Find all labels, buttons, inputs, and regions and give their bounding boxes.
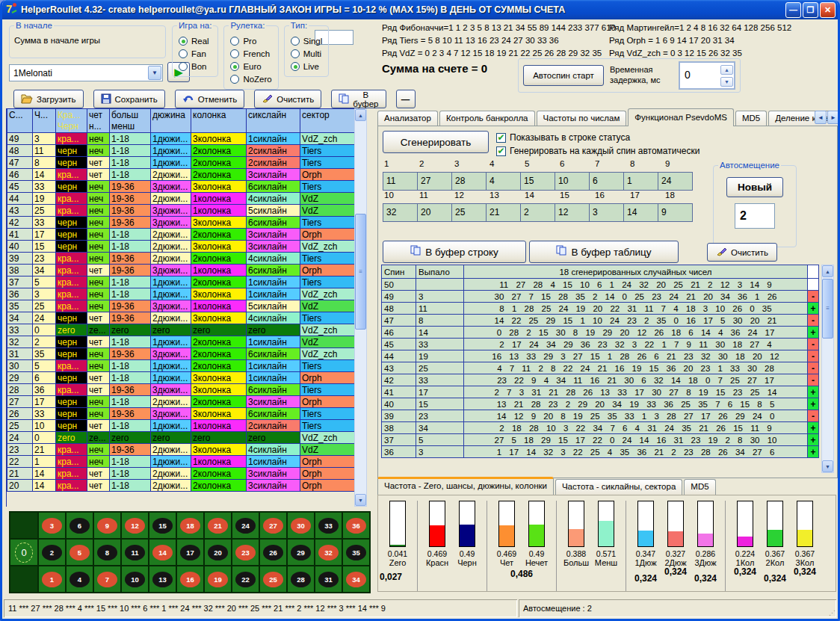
roulette-cell-1[interactable]: 1 (39, 566, 65, 592)
roulette-cell-13[interactable]: 13 (149, 566, 176, 592)
table-row[interactable]: 41172 7 3 31 21 28 26 13 33 17 30 27 8 1… (382, 386, 819, 398)
close-button[interactable]: ✕ (820, 2, 836, 18)
roulette-cell-31[interactable]: 31 (315, 566, 342, 592)
roulette-cell-3[interactable]: 3 (39, 513, 65, 538)
roulette-cell-21[interactable]: 21 (205, 513, 231, 538)
roulette-cell-28[interactable]: 28 (288, 566, 314, 592)
roulette-cell-16[interactable]: 16 (177, 566, 203, 592)
table-row[interactable]: 296чернчет1-181дюжи...3колонка1сиклайнOr… (7, 372, 355, 384)
table-row[interactable]: 305кра...неч1-181дюжи...2колонка1сиклайн… (7, 360, 355, 372)
table-row[interactable]: 493кра...неч1-181дюжи...3колонка1сиклайн… (7, 133, 355, 145)
table-row[interactable]: 4419кра...неч19-362дюжи...1колонка4сикла… (7, 193, 355, 205)
roulette-cell-33[interactable]: 33 (315, 513, 342, 538)
table-row[interactable]: 423323 22 9 4 34 11 16 21 30 6 32 14 18 … (382, 374, 819, 386)
roulette-cell-29[interactable]: 29 (288, 540, 314, 565)
scroll-up-icon[interactable]: ▲ (822, 265, 833, 277)
radio-option-fan[interactable]: Fan (179, 49, 211, 58)
delay-spinner[interactable]: 0 ▲ ▼ (679, 61, 735, 90)
radio-option-french[interactable]: French (230, 49, 271, 58)
generated-table-scrollbar[interactable]: ▲ ≡ ▼ (821, 265, 834, 473)
table-row[interactable]: 3525кра...неч19-363дюжи...1колонка5сикла… (7, 300, 355, 312)
table-row[interactable]: 5011 27 28 4 15 10 6 1 24 32 20 25 21 2 … (382, 279, 819, 291)
table-row[interactable]: 330zeroze...zerozerozerozeroVdZ_zch (7, 324, 355, 336)
copy-row-button[interactable]: В буфер строку (383, 241, 526, 263)
roulette-cell-23[interactable]: 23 (232, 540, 259, 565)
table-row[interactable]: 3923кра...неч19-362дюжи...2колонка4сикла… (7, 253, 355, 265)
resize-grip[interactable]: ⋰ (829, 609, 836, 617)
roulette-cell-27[interactable]: 27 (260, 513, 286, 538)
table-row[interactable]: 392314 12 9 20 8 19 25 35 33 1 3 28 27 1… (382, 410, 819, 422)
preset-combo[interactable]: 1Melonati ▼ (9, 64, 163, 81)
generate-button[interactable]: Сгенерировать (383, 131, 489, 153)
tab-scroll-left-icon[interactable]: ◄ (815, 111, 827, 124)
table-row[interactable]: 45332 17 24 34 29 36 23 32 3 22 1 7 9 11… (382, 339, 819, 350)
toolbar-button-undo-icon[interactable]: Отменить (175, 90, 245, 108)
radio-option-pro[interactable]: Pro (230, 37, 271, 46)
table-row[interactable]: 3135черннеч19-363дюжи...2колонка6сиклайн… (7, 348, 355, 360)
roulette-cell-2[interactable]: 2 (39, 540, 65, 565)
table-row[interactable]: 4325кра...неч19-363дюжи...1колонка5сикла… (7, 205, 355, 217)
offset-value-input[interactable] (735, 203, 775, 229)
autospin-start-button[interactable]: Автоспин старт (523, 65, 604, 86)
table-row[interactable]: 4811черннеч1-181дюжи...2колонка2сиклайнT… (7, 145, 355, 157)
tab-частота-zero-шансы-дюжины-колонки[interactable]: Частота - Zero, шансы, дюжины, колонки (377, 477, 554, 495)
radio-option-real[interactable]: Real (179, 37, 211, 46)
clear-button[interactable]: Очистить (707, 243, 777, 262)
table-row[interactable]: 2321кра...неч19-362дюжи...3колонка4сикла… (7, 444, 355, 456)
roulette-cell-12[interactable]: 12 (122, 513, 148, 538)
table-row[interactable]: 47814 22 25 29 15 1 10 24 23 2 35 0 16 1… (382, 315, 819, 327)
checkbox-option[interactable]: ✔Генерировать на каждый спин автоматичес… (496, 146, 700, 156)
roulette-cell-14[interactable]: 14 (149, 540, 176, 565)
table-row[interactable]: 322чернчет1-181дюжи...2колонка1сиклайнVd… (7, 336, 355, 348)
table-row[interactable]: 2014кра...чет1-182дюжи...2колонка3сиклай… (7, 480, 355, 492)
maximize-button[interactable]: ❐ (803, 2, 818, 18)
toolbar-button-open-folder-icon[interactable]: Загрузить (13, 90, 84, 108)
radio-option-nozero[interactable]: NoZero (230, 75, 271, 84)
new-offset-button[interactable]: Новый (726, 177, 783, 197)
table-row[interactable]: 2633черннеч19-363дюжи...3колонка6сиклайн… (7, 408, 355, 420)
tab-контроль-банкролла[interactable]: Контроль банкролла (439, 111, 535, 126)
roulette-cell-9[interactable]: 9 (94, 513, 120, 538)
scroll-down-icon[interactable]: ▼ (355, 494, 366, 506)
scrollbar-thumb[interactable]: ≡ (355, 214, 366, 330)
radio-option-live[interactable]: Live (291, 62, 323, 71)
roulette-cell-19[interactable]: 19 (205, 566, 231, 592)
table-row[interactable]: 441916 13 33 29 3 27 15 1 28 26 6 21 23 … (382, 350, 819, 362)
table-row[interactable]: 2510чернчет1-181дюжи...1колонка2сиклайнT… (7, 420, 355, 432)
table-row[interactable]: 221кра...неч1-181дюжи...1колонка1сиклайн… (7, 456, 355, 468)
roulette-cell-0[interactable]: 0 (10, 540, 37, 565)
radio-option-euro[interactable]: Euro (230, 62, 271, 71)
radio-option-bon[interactable]: Bon (179, 62, 211, 71)
scrollbar-thumb[interactable]: ≡ (822, 279, 833, 339)
spinner-up-icon[interactable]: ▲ (720, 65, 733, 75)
tab-функционал-psevdoms[interactable]: Функционал PsevdoMS (628, 108, 734, 126)
radio-option-singl[interactable]: Singl (291, 37, 323, 46)
tab-частота-сиклайны-сектора[interactable]: Частота - сиклайны, сектора (555, 479, 682, 495)
table-row[interactable]: 363кра...неч1-181дюжи...3колонка1сиклайн… (7, 288, 355, 300)
table-row[interactable]: 2717черннеч1-182дюжи...2колонка3сиклайнO… (7, 396, 355, 408)
roulette-cell-5[interactable]: 5 (67, 540, 93, 565)
table-row[interactable]: 2114кра...чет1-182дюжи...2колонка3сиклай… (7, 468, 355, 480)
table-row[interactable]: 43254 7 11 2 8 22 24 21 16 19 15 36 20 2… (382, 362, 819, 374)
table-row[interactable]: 3834кра...чет19-363дюжи...1колонка6сикла… (7, 265, 355, 276)
toolbar-button-floppy-icon[interactable]: Сохранить (93, 90, 165, 108)
roulette-cell-32[interactable]: 32 (315, 540, 342, 565)
table-row[interactable]: 478чернчет1-181дюжи...2колонка2сиклайнTi… (7, 157, 355, 169)
spinner-down-icon[interactable]: ▼ (720, 77, 733, 87)
roulette-cell-24[interactable]: 24 (232, 513, 259, 538)
toolbar-button-brush-icon[interactable]: Очистить (254, 90, 321, 108)
table-row[interactable]: 4614кра...чет1-182дюжи...2колонка3сиклай… (7, 169, 355, 181)
roulette-cell-15[interactable]: 15 (149, 513, 176, 538)
minimize-button[interactable]: — (785, 2, 801, 18)
table-row[interactable]: 3631 17 14 32 3 22 25 4 35 36 21 2 23 28… (382, 446, 819, 458)
checkbox-option[interactable]: ✔Показывать в строке статуса (496, 132, 700, 143)
table-row[interactable]: 4117черннеч1-182дюжи...2колонка3сиклайнO… (7, 229, 355, 241)
table-row[interactable]: 49330 27 7 15 28 35 2 14 0 25 23 24 21 2… (382, 291, 819, 303)
scroll-up-icon[interactable]: ▲ (355, 109, 366, 121)
table-row[interactable]: 401513 21 28 23 2 29 20 34 19 33 36 25 3… (382, 398, 819, 410)
roulette-cell-30[interactable]: 30 (288, 513, 314, 538)
tab-частоты-по-числам[interactable]: Частоты по числам (537, 111, 627, 126)
roulette-cell-7[interactable]: 7 (94, 566, 120, 592)
scroll-down-icon[interactable]: ▼ (822, 460, 833, 472)
tab-md5[interactable]: MD5 (735, 111, 767, 126)
